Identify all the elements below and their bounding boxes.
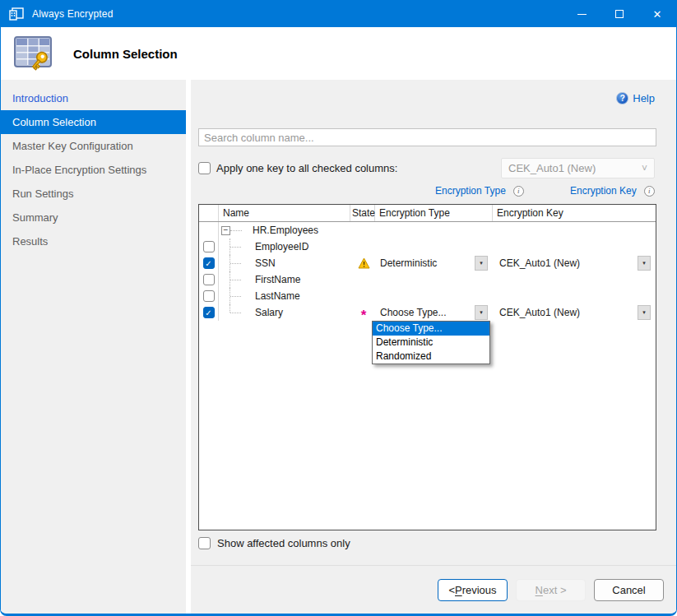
column-name: SSN: [255, 257, 276, 269]
row-checkbox[interactable]: [203, 274, 215, 285]
window-controls: ✕: [563, 1, 676, 27]
column-name: Salary: [255, 307, 283, 318]
column-row-employeeid: EmployeeID: [199, 239, 656, 255]
cek-key-select[interactable]: CEK_Auto1 (New) ˅: [501, 158, 655, 178]
minimize-button[interactable]: [563, 1, 600, 27]
encryption-key-dropdown-button[interactable]: ▾: [638, 305, 651, 320]
page-title: Column Selection: [73, 47, 178, 61]
always-encrypted-wizard-window: Always Encrypted ✕: [0, 0, 677, 616]
warning-icon: [358, 257, 370, 269]
header-checkbox-column: [199, 205, 219, 221]
table-group-label: HR.Employees: [253, 225, 318, 236]
wizard-steps-sidebar: Introduction Column Selection Master Key…: [1, 80, 186, 614]
required-marker-icon: *: [361, 306, 367, 320]
previous-button[interactable]: < Previous: [438, 579, 508, 601]
column-row-lastname: LastName: [199, 288, 656, 304]
grid-header-row: Name State Encryption Type Encryption Ke…: [199, 205, 656, 222]
wizard-header: Column Selection: [1, 27, 676, 80]
tree-collapse-toggle[interactable]: −: [221, 226, 230, 235]
cancel-button[interactable]: Cancel: [594, 579, 664, 601]
help-icon: ?: [616, 92, 628, 104]
chevron-down-icon: ˅: [642, 163, 647, 174]
show-affected-columns-checkbox[interactable]: [198, 537, 211, 549]
column-name: FirstName: [255, 274, 300, 285]
tree-line: [230, 271, 255, 288]
header-encryption-key: Encryption Key: [493, 205, 656, 221]
sidebar-item-run-settings[interactable]: Run Settings: [1, 182, 186, 206]
table-group-row: − HR.Employees: [199, 222, 656, 239]
maximize-icon: [615, 10, 624, 18]
sidebar-item-introduction[interactable]: Introduction: [1, 86, 186, 110]
maximize-button[interactable]: [600, 1, 638, 27]
tree-line: [230, 255, 255, 271]
next-button[interactable]: Next >: [516, 579, 586, 601]
column-name: EmployeeID: [255, 241, 308, 252]
row-checkbox[interactable]: ✓: [203, 257, 215, 269]
dropdown-option-randomized[interactable]: Randomized: [373, 350, 489, 364]
close-button[interactable]: ✕: [638, 1, 676, 27]
tree-line: [230, 288, 255, 304]
column-row-salary: ✓ Salary * Choose Type... ▾ CEK_Auto1 (N…: [199, 304, 656, 321]
app-icon: [9, 7, 24, 21]
encryption-key-info-icon[interactable]: i: [644, 186, 655, 197]
window-title: Always Encrypted: [32, 8, 114, 20]
sidebar-item-master-key-configuration[interactable]: Master Key Configuration: [1, 134, 186, 158]
sidebar-item-in-place-encryption-settings[interactable]: In-Place Encryption Settings: [1, 158, 186, 182]
header-state: State: [350, 205, 375, 221]
wizard-footer: < Previous Next > Cancel: [191, 565, 676, 614]
row-checkbox[interactable]: ✓: [203, 307, 215, 318]
header-name: Name: [219, 205, 350, 221]
tree-line: [230, 304, 255, 321]
encryption-type-link[interactable]: Encryption Type: [435, 185, 506, 197]
main-panel: ? Help Apply one key to all checked colu…: [191, 80, 676, 614]
row-checkbox[interactable]: [203, 241, 215, 252]
close-icon: ✕: [653, 9, 662, 20]
sidebar-item-summary[interactable]: Summary: [1, 206, 186, 229]
tree-line: [230, 230, 242, 231]
encryption-type-dropdown-button[interactable]: ▾: [475, 305, 488, 320]
encryption-key-value: CEK_Auto1 (New): [499, 257, 580, 269]
help-link[interactable]: Help: [633, 92, 655, 104]
encryption-key-link[interactable]: Encryption Key: [570, 185, 637, 197]
header-encryption-type: Encryption Type: [375, 205, 493, 221]
tree-line: [230, 239, 255, 255]
table-key-icon: [12, 34, 55, 73]
column-row-ssn: ✓ SSN Deterministic ▾ CEK_Auto1 (New) ▾: [199, 255, 656, 271]
encryption-type-dropdown-list: Choose Type... Deterministic Randomized: [372, 321, 490, 364]
search-input[interactable]: [198, 128, 656, 146]
title-bar: Always Encrypted ✕: [1, 1, 676, 27]
show-affected-columns-label: Show affected columns only: [217, 537, 350, 549]
row-checkbox[interactable]: [203, 290, 215, 302]
encryption-key-value: CEK_Auto1 (New): [499, 307, 580, 318]
column-row-firstname: FirstName: [199, 271, 656, 288]
apply-one-key-label: Apply one key to all checked columns:: [216, 162, 397, 174]
sidebar-item-results[interactable]: Results: [1, 229, 186, 253]
encryption-type-value: Deterministic: [380, 257, 437, 269]
dropdown-option-deterministic[interactable]: Deterministic: [373, 336, 489, 350]
dropdown-option-choose-type[interactable]: Choose Type...: [373, 322, 489, 336]
encryption-type-dropdown-button[interactable]: ▾: [475, 256, 488, 271]
encryption-type-value: Choose Type...: [380, 307, 447, 318]
cek-key-value: CEK_Auto1 (New): [508, 162, 596, 174]
sidebar-item-column-selection[interactable]: Column Selection: [1, 110, 186, 134]
columns-grid: Name State Encryption Type Encryption Ke…: [198, 204, 656, 530]
column-name: LastName: [255, 290, 300, 302]
encryption-key-dropdown-button[interactable]: ▾: [638, 256, 651, 271]
apply-one-key-checkbox[interactable]: [198, 162, 211, 174]
minimize-icon: [577, 14, 587, 15]
encryption-type-info-icon[interactable]: i: [513, 186, 524, 197]
